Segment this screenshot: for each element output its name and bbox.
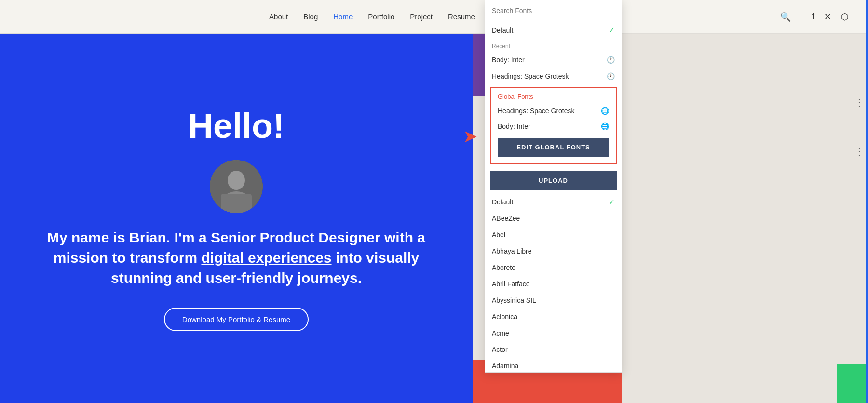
font-list-default-label: Default <box>492 198 513 206</box>
font-search-area[interactable] <box>485 0 622 21</box>
upload-button[interactable]: UPLOAD <box>490 171 617 190</box>
dots-menu-bottom[interactable]: ⋮ <box>854 146 864 157</box>
nav-about[interactable]: About <box>269 13 288 21</box>
font-item-headings-space[interactable]: Headings: Space Grotesk 🕐 <box>485 68 622 84</box>
hero-section: Hello! My name is Brian. I'm a Senior Pr… <box>0 34 473 403</box>
checkmark-icon: ✓ <box>609 26 615 35</box>
font-list-item[interactable]: Abel <box>485 227 622 243</box>
font-list-item[interactable]: Abril Fatface <box>485 276 622 292</box>
twitter-x-icon[interactable]: ✕ <box>824 12 831 22</box>
nav-home[interactable]: Home <box>333 13 353 21</box>
font-list-default[interactable]: Default ✓ <box>485 194 622 210</box>
font-list-item[interactable]: Aclonica <box>485 309 622 325</box>
globe-icon-1: 🌐 <box>601 107 609 115</box>
download-button[interactable]: Download My Portfolio & Resume <box>164 308 309 331</box>
avatar-image <box>210 160 263 213</box>
global-font-body[interactable]: Body: Inter 🌐 <box>493 119 614 134</box>
font-list-item[interactable]: Acme <box>485 325 622 341</box>
globe-icon-2: 🌐 <box>601 122 609 130</box>
font-body-inter-label: Body: Inter <box>492 56 525 64</box>
hero-bio: My name is Brian. I'm a Senior Product D… <box>43 228 429 288</box>
font-name-abhaya: Abhaya Libre <box>492 247 532 255</box>
font-list-item[interactable]: Actor <box>485 341 622 358</box>
font-name-abel: Abel <box>492 231 505 239</box>
svg-point-1 <box>228 171 245 190</box>
font-default-label: Default <box>492 27 513 34</box>
font-name-aboreto: Aboreto <box>492 264 515 271</box>
edit-global-fonts-button[interactable]: EDIT GLOBAL FONTS <box>498 138 609 157</box>
font-list-item[interactable]: Adamina <box>485 358 622 372</box>
font-headings-space-label: Headings: Space Grotesk <box>492 72 569 80</box>
clock-icon-1: 🕐 <box>607 56 615 64</box>
font-name-abeezee: ABeeZee <box>492 215 520 222</box>
green-accent-bar <box>837 364 866 403</box>
font-name-abril: Abril Fatface <box>492 280 530 288</box>
checkmark-default: ✓ <box>609 198 615 206</box>
edit-global-btn-wrapper: EDIT GLOBAL FONTS <box>493 134 614 161</box>
hero-avatar <box>210 160 263 213</box>
font-list-item[interactable]: Abyssinica SIL <box>485 292 622 309</box>
dots-menu-top[interactable]: ⋮ <box>854 96 864 108</box>
font-item-default-top[interactable]: Default ✓ <box>485 21 622 39</box>
recent-section-label: Recent <box>485 39 622 52</box>
navigation-bar: About Blog Home Portfolio Project Resume… <box>0 0 868 34</box>
nav-portfolio[interactable]: Portfolio <box>368 13 394 21</box>
instagram-icon[interactable]: ⬡ <box>841 12 849 22</box>
font-picker-dropdown: Default ✓ Recent Body: Inter 🕐 Headings:… <box>485 0 622 373</box>
svg-rect-4 <box>221 194 252 213</box>
font-name-acme: Acme <box>492 329 509 337</box>
font-item-body-inter[interactable]: Body: Inter 🕐 <box>485 52 622 68</box>
global-body-label: Body: Inter <box>498 122 530 130</box>
blue-accent-bar <box>866 0 868 403</box>
font-name-actor: Actor <box>492 346 508 353</box>
font-name-adamina: Adamina <box>492 362 518 370</box>
global-fonts-section: Global Fonts Headings: Space Grotesk 🌐 B… <box>490 87 617 164</box>
font-list-item[interactable]: Aboreto <box>485 259 622 276</box>
global-font-headings[interactable]: Headings: Space Grotesk 🌐 <box>493 103 614 119</box>
font-list-item[interactable]: Abhaya Libre <box>485 243 622 259</box>
global-headings-label: Headings: Space Grotesk <box>498 107 575 115</box>
font-name-abyssinica: Abyssinica SIL <box>492 296 536 304</box>
font-list: Default ✓ ABeeZee Abel Abhaya Libre Abor… <box>485 194 622 372</box>
nav-project[interactable]: Project <box>410 13 433 21</box>
global-fonts-label: Global Fonts <box>493 93 614 103</box>
hero-underline-text: digital experiences <box>201 250 331 266</box>
hero-title: Hello! <box>188 106 285 146</box>
font-search-input[interactable] <box>492 7 615 14</box>
font-name-aclonica: Aclonica <box>492 313 517 321</box>
font-list-item[interactable]: ABeeZee <box>485 210 622 227</box>
social-icons: f ✕ ⬡ <box>812 12 849 22</box>
facebook-icon[interactable]: f <box>812 12 814 22</box>
nav-resume[interactable]: Resume <box>448 13 475 21</box>
search-icon[interactable]: 🔍 <box>780 12 791 22</box>
clock-icon-2: 🕐 <box>607 72 615 80</box>
nav-blog[interactable]: Blog <box>303 13 318 21</box>
